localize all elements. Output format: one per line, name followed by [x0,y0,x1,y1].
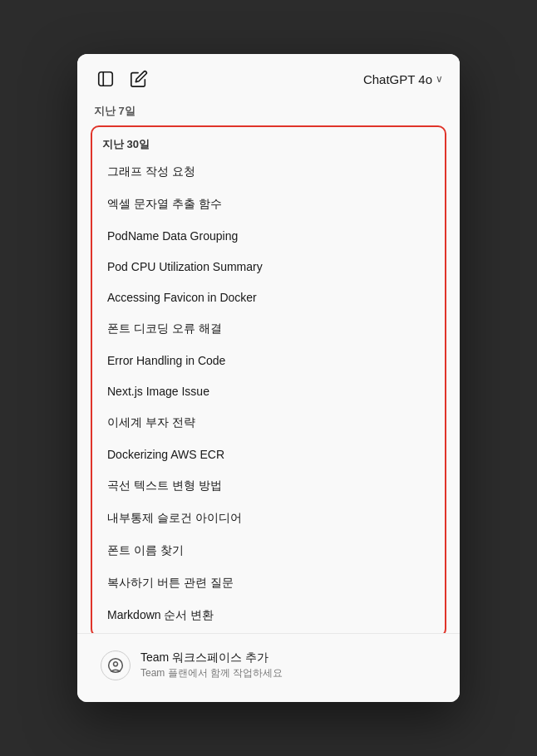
footer: Team 워크스페이스 추가 Team 플랜에서 함께 작업하세요 [77,633,460,702]
history-item[interactable]: Next.js Image Issue [96,376,441,406]
history-item[interactable]: 내부통제 슬로건 아이디어 [96,503,441,534]
history-item[interactable]: Dockerizing AWS ECR [96,439,441,469]
history-item[interactable]: 곡선 텍스트 변형 방법 [96,470,441,502]
history-item[interactable]: PodName Data Grouping [96,221,441,251]
sidebar-toggle-button[interactable] [94,67,117,91]
history-item[interactable]: 폰트 디코딩 오류 해결 [96,313,441,345]
history-item[interactable]: 복사하기 버튼 관련 질문 [96,567,441,599]
history-item[interactable]: Pod CPU Utilization Summary [96,252,441,282]
team-title: Team 워크스페이스 추가 [140,650,283,665]
chevron-down-icon: ∨ [436,73,443,85]
section-30days-group: 지난 30일 그래프 작성 요청엑셀 문자열 추출 함수PodName Data… [91,125,446,633]
model-name: ChatGPT 4o [363,72,432,86]
history-content[interactable]: 지난 30일 그래프 작성 요청엑셀 문자열 추출 함수PodName Data… [77,122,460,633]
team-subtitle: Team 플랜에서 함께 작업하세요 [140,666,283,680]
header: ChatGPT 4o ∨ [77,54,460,97]
app-window: ChatGPT 4o ∨ 지난 7일 지난 30일 그래프 작성 요청엑셀 문자… [77,54,460,702]
team-icon [101,650,131,680]
header-left [94,67,150,91]
history-item[interactable]: Markdown 순서 변환 [96,600,441,631]
svg-point-3 [114,662,118,666]
history-item[interactable]: 엑셀 문자열 추출 함수 [96,189,441,220]
team-text: Team 워크스페이스 추가 Team 플랜에서 함께 작업하세요 [140,650,283,680]
compose-button[interactable] [127,67,150,91]
model-selector[interactable]: ChatGPT 4o ∨ [363,72,443,86]
section-7days-label: 지난 7일 [77,97,460,122]
svg-rect-0 [99,72,113,86]
section-30days-label: 지난 30일 [92,130,445,155]
history-item[interactable]: 그래프 작성 요청 [96,156,441,188]
history-item[interactable]: Error Handling in Code [96,346,441,376]
history-item[interactable]: 이세계 부자 전략 [96,407,441,439]
history-item[interactable]: Accessing Favicon in Docker [96,282,441,312]
team-workspace-button[interactable]: Team 워크스페이스 추가 Team 플랜에서 함께 작업하세요 [91,642,446,689]
history-item[interactable]: 폰트 이름 찾기 [96,535,441,567]
